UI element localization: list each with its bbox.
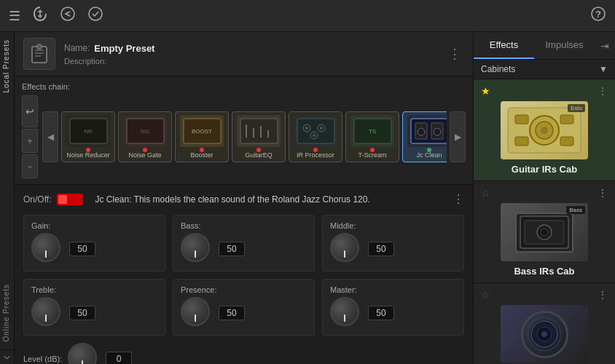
effect-guitar-eq[interactable]: GuitarEQ bbox=[232, 111, 286, 162]
effect-noise-reducer[interactable]: NR Noise Reducer bbox=[61, 111, 115, 162]
menu-icon[interactable]: ☰ bbox=[9, 8, 20, 24]
cab-star-cab-sim[interactable]: ☆ bbox=[481, 289, 490, 301]
sidebar-item-local-presets[interactable]: Local Presets bbox=[0, 32, 14, 100]
chain-left-btn[interactable]: ◀ bbox=[42, 111, 58, 162]
cab-item-header-bass-irs-cab: ☆ ⋮ bbox=[481, 187, 608, 199]
preset-menu-icon[interactable]: ⋮ bbox=[445, 43, 464, 65]
knob-indicator-bass bbox=[195, 250, 196, 258]
cab-tag-guitar-irs-cab: Estu bbox=[568, 104, 585, 112]
cab-item-header-cab-sim: ☆ ⋮ bbox=[481, 289, 608, 301]
knob-row-master: 50 bbox=[330, 297, 456, 329]
chain-right-btn[interactable]: ▶ bbox=[450, 111, 466, 162]
knob-item-treble: Treble: 50 bbox=[23, 279, 165, 336]
effects-chain-area: Effects chain: ↩ + − ◀ bbox=[15, 76, 473, 185]
cab-thumb-bass-irs-cab: Bass bbox=[501, 203, 588, 261]
cab-tag-bass-irs-cab: Bass bbox=[566, 206, 585, 214]
cab-item-bass-irs-cab[interactable]: ☆ ⋮ Bass Bass IRs Cab bbox=[474, 181, 615, 283]
effect-booster[interactable]: BOOST Booster bbox=[175, 111, 229, 162]
knob-row-middle: 50 bbox=[330, 233, 456, 265]
knob-item-master: Master: 50 bbox=[322, 279, 464, 336]
svg-rect-44 bbox=[515, 137, 528, 146]
knob-label-presence: Presence: bbox=[181, 285, 217, 294]
svg-rect-8 bbox=[37, 44, 42, 49]
knob-bass[interactable] bbox=[181, 233, 213, 265]
knob-value-master[interactable]: 50 bbox=[368, 306, 394, 320]
center-panel: Name: Empty Preset Description: ⋮ Effect… bbox=[15, 32, 473, 364]
knob-outer-level bbox=[68, 343, 97, 364]
cab-menu-guitar-irs-cab[interactable]: ⋮ bbox=[598, 85, 608, 97]
main-layout: Local Presets Online Presets bbox=[0, 32, 615, 364]
side-arrow-icon bbox=[0, 349, 14, 364]
cab-item-guitar-irs-cab[interactable]: ★ ⋮ Estu Guitar IRs bbox=[474, 79, 615, 181]
knob-item-gain: Gain: 50 bbox=[23, 215, 165, 272]
effect-thumb-booster: BOOST bbox=[180, 115, 224, 147]
knob-value-middle[interactable]: 50 bbox=[368, 242, 394, 256]
knob-label-master: Master: bbox=[330, 285, 357, 294]
svg-text:NG: NG bbox=[141, 128, 149, 135]
knob-indicator-gain bbox=[45, 250, 47, 258]
params-onoff: On/Off: bbox=[23, 194, 83, 205]
cab-star-bass-irs-cab[interactable]: ☆ bbox=[481, 187, 490, 199]
svg-text:?: ? bbox=[595, 9, 601, 20]
preset-header: Name: Empty Preset Description: ⋮ bbox=[15, 32, 473, 76]
tab-impulses[interactable]: Impulses bbox=[534, 32, 595, 59]
name-label: Name: bbox=[64, 43, 90, 53]
right-filter[interactable]: Cabinets ▼ bbox=[474, 60, 615, 79]
effect-name-ir-processor: IR Processor bbox=[297, 152, 334, 159]
knob-row-presence: 50 bbox=[181, 297, 307, 329]
knob-value-treble[interactable]: 50 bbox=[69, 306, 95, 320]
svg-text:NR: NR bbox=[84, 128, 93, 135]
onoff-indicator bbox=[58, 195, 67, 204]
sidebar-item-online-presets[interactable]: Online Presets bbox=[0, 277, 14, 349]
effect-thumb-ir-processor bbox=[294, 115, 337, 147]
side-tabs: Local Presets Online Presets bbox=[0, 32, 15, 364]
effect-thumb-t-scream: TS bbox=[350, 115, 394, 147]
effect-ir-processor[interactable]: IR Processor bbox=[289, 111, 342, 162]
effect-params: On/Off: Jc Clean: This models the clean … bbox=[15, 185, 473, 364]
tab-effects[interactable]: Effects bbox=[474, 32, 534, 59]
knob-presence[interactable] bbox=[181, 297, 213, 329]
effect-t-scream[interactable]: TS T-Scream bbox=[345, 111, 399, 162]
svg-rect-43 bbox=[560, 115, 573, 124]
effect-name-noise-reducer: Noise Reducer bbox=[66, 152, 110, 159]
knob-treble[interactable] bbox=[31, 297, 63, 329]
preset-name-value: Empty Preset bbox=[94, 43, 154, 54]
knob-gain[interactable] bbox=[31, 233, 63, 265]
effect-name-noise-gate: Noise Gate bbox=[128, 152, 161, 159]
cab-star-guitar-irs-cab[interactable]: ★ bbox=[481, 85, 490, 97]
svg-point-32 bbox=[418, 128, 425, 135]
effect-thumb-guitar-eq bbox=[237, 115, 281, 147]
check-icon[interactable] bbox=[87, 6, 103, 25]
knob-master[interactable] bbox=[330, 297, 362, 329]
onoff-toggle[interactable] bbox=[57, 194, 83, 205]
cab-item-cab-sim[interactable]: ☆ ⋮ Cab Sim bbox=[474, 283, 615, 364]
knob-level[interactable] bbox=[68, 343, 100, 364]
knob-indicator-level bbox=[82, 360, 83, 364]
help-icon[interactable]: ? bbox=[590, 6, 606, 25]
chain-up-btn[interactable]: + bbox=[22, 129, 38, 153]
effect-thumb-noise-reducer: NR bbox=[66, 115, 110, 147]
cab-menu-cab-sim[interactable]: ⋮ bbox=[598, 289, 608, 301]
knob-value-level[interactable]: 0 bbox=[106, 352, 132, 364]
chain-input-icon[interactable]: ↩ bbox=[22, 95, 38, 127]
params-description: Jc Clean: This models the clean sound of… bbox=[95, 194, 453, 205]
knob-value-bass[interactable]: 50 bbox=[219, 242, 245, 256]
effect-noise-gate[interactable]: NG Noise Gate bbox=[118, 111, 172, 162]
guitar-icon[interactable] bbox=[32, 6, 48, 25]
chain-down-btn[interactable]: − bbox=[22, 154, 38, 178]
knob-value-presence[interactable]: 50 bbox=[219, 306, 245, 320]
cab-menu-bass-irs-cab[interactable]: ⋮ bbox=[598, 187, 608, 199]
preset-icon bbox=[23, 38, 55, 70]
knob-outer-middle bbox=[330, 233, 359, 262]
effect-jc-clean[interactable]: Jc Clean bbox=[402, 111, 447, 162]
params-menu-icon[interactable]: ⋮ bbox=[453, 192, 464, 206]
effect-thumb-jc-clean bbox=[407, 115, 447, 147]
knob-middle[interactable] bbox=[330, 233, 362, 265]
cab-name-bass-irs-cab: Bass IRs Cab bbox=[514, 266, 574, 277]
back-icon[interactable] bbox=[60, 6, 76, 25]
preset-info: Name: Empty Preset Description: bbox=[64, 43, 436, 66]
right-tab-export-icon[interactable]: ⇥ bbox=[595, 33, 615, 59]
knob-outer-gain bbox=[31, 233, 60, 262]
knob-value-gain[interactable]: 50 bbox=[69, 242, 95, 256]
knob-label-treble: Treble: bbox=[31, 285, 56, 294]
